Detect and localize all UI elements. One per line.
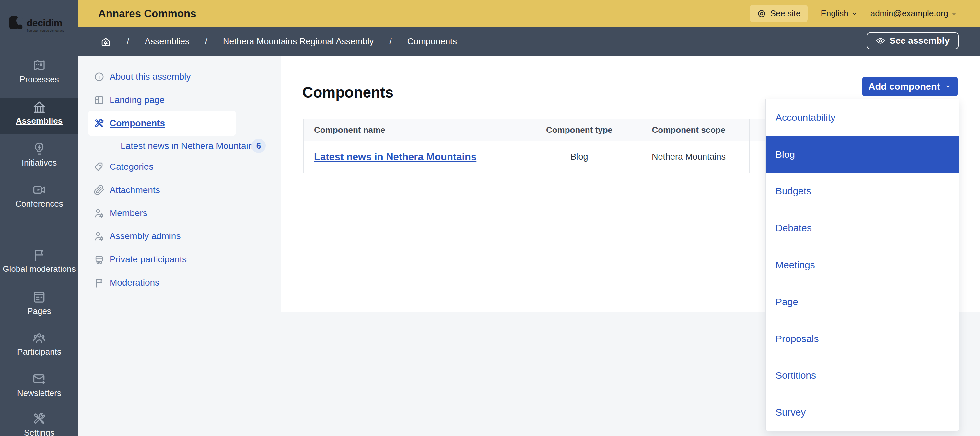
sidebar-item-conferences[interactable]: Conferences xyxy=(0,183,78,209)
mail-add-icon xyxy=(32,372,46,386)
article-icon xyxy=(32,290,46,304)
group-icon xyxy=(32,331,46,345)
subnav-item-landing-page[interactable]: Landing page xyxy=(78,92,165,108)
sidebar-item-assemblies[interactable]: Assemblies xyxy=(0,100,78,126)
subnav-item-latest-news[interactable]: Latest news in Nethera Mountains xyxy=(78,138,258,154)
subnav-item-private-participants[interactable]: Private participants xyxy=(78,252,187,267)
top-bar: Annares Commons See site English admin@e… xyxy=(78,0,980,27)
page-title: Components xyxy=(302,84,393,101)
component-scope-cell: Nethera Mountains xyxy=(628,141,749,173)
dropdown-item-accountability[interactable]: Accountability xyxy=(766,99,959,136)
user-gear-icon xyxy=(94,231,105,242)
subnav-item-components[interactable]: Components xyxy=(78,116,165,131)
decidim-admin-app: decidim free open-source democracy Proce… xyxy=(0,0,980,436)
paperclip-icon xyxy=(94,185,105,196)
main-sidebar: decidim free open-source democracy Proce… xyxy=(0,0,78,436)
dropdown-item-meetings[interactable]: Meetings xyxy=(766,246,959,284)
price-tag-icon xyxy=(94,161,105,172)
sidebar-item-settings[interactable]: Settings xyxy=(0,412,78,436)
home-gear-icon[interactable] xyxy=(100,36,111,47)
column-header-component-type: Component type xyxy=(531,119,628,141)
video-camera-icon xyxy=(32,183,46,197)
breadcrumb: / Assemblies / Nethera Mountains Regiona… xyxy=(100,36,457,47)
see-assembly-button[interactable]: See assembly xyxy=(867,32,959,49)
sidebar-item-newsletters[interactable]: Newsletters xyxy=(0,372,78,398)
decidim-logo-icon xyxy=(9,16,24,30)
tools-icon xyxy=(94,118,105,129)
breadcrumb-item-components[interactable]: Components xyxy=(407,36,457,47)
bus-icon xyxy=(94,254,105,265)
layout-grid-icon xyxy=(94,95,105,106)
sidebar-item-pages[interactable]: Pages xyxy=(0,290,78,316)
subnav-item-assembly-admins[interactable]: Assembly admins xyxy=(78,228,180,244)
chevron-down-icon xyxy=(944,83,951,90)
breadcrumb-item-assembly[interactable]: Nethera Mountains Regional Assembly xyxy=(223,36,374,47)
bank-icon xyxy=(32,100,46,114)
subnav-item-members[interactable]: Members xyxy=(78,205,148,221)
brand-wordmark: decidim xyxy=(27,17,62,29)
subnav-item-about[interactable]: About this assembly xyxy=(78,69,191,84)
dropdown-item-survey[interactable]: Survey xyxy=(766,394,959,431)
decidim-logo[interactable]: decidim free open-source democracy xyxy=(9,15,74,36)
sidebar-item-global-moderations[interactable]: Global moderations xyxy=(0,248,78,274)
subnav-item-moderations[interactable]: Moderations xyxy=(78,275,159,290)
column-header-component-name: Component name xyxy=(304,119,531,141)
breadcrumb-item-assemblies[interactable]: Assemblies xyxy=(145,36,189,47)
dropdown-item-budgets[interactable]: Budgets xyxy=(766,173,959,210)
chevron-down-icon xyxy=(951,10,957,17)
organization-title: Annares Commons xyxy=(98,8,196,20)
dropdown-item-page[interactable]: Page xyxy=(766,284,959,320)
map-icon xyxy=(32,58,46,73)
top-bar-actions: See site English admin@example.org xyxy=(750,0,957,27)
flag-icon xyxy=(94,277,105,288)
lightbulb-flash-icon xyxy=(32,141,46,156)
eye-icon xyxy=(876,36,885,46)
eye-icon xyxy=(757,9,766,18)
sidebar-item-initiatives[interactable]: Initiatives xyxy=(0,141,78,168)
add-component-dropdown: Accountability Blog Budgets Debates Meet… xyxy=(765,99,959,431)
account-dropdown[interactable]: admin@example.org xyxy=(870,8,957,19)
dropdown-item-debates[interactable]: Debates xyxy=(766,209,959,246)
dropdown-item-sortitions[interactable]: Sortitions xyxy=(766,357,959,394)
breadcrumb-bar: / Assemblies / Nethera Mountains Regiona… xyxy=(78,27,980,56)
component-type-cell: Blog xyxy=(531,141,628,173)
sidebar-item-participants[interactable]: Participants xyxy=(0,331,78,357)
column-header-component-scope: Component scope xyxy=(628,119,749,141)
brand-tagline: free open-source democracy xyxy=(27,29,64,32)
add-component-button[interactable]: Add component xyxy=(862,77,958,96)
component-count-badge: 6 xyxy=(251,139,266,153)
tools-icon xyxy=(32,412,46,426)
user-gear-icon xyxy=(94,208,105,219)
subnav-item-categories[interactable]: Categories xyxy=(78,159,153,174)
language-dropdown[interactable]: English xyxy=(821,8,857,19)
chevron-down-icon xyxy=(851,10,858,17)
flag-icon xyxy=(32,248,46,262)
dropdown-item-proposals[interactable]: Proposals xyxy=(766,320,959,357)
dropdown-item-blog[interactable]: Blog xyxy=(766,136,959,173)
component-link[interactable]: Latest news in Nethera Mountains xyxy=(314,151,476,163)
see-site-button[interactable]: See site xyxy=(750,5,808,22)
info-icon xyxy=(94,71,105,82)
sidebar-item-processes[interactable]: Processes xyxy=(0,58,78,84)
sidebar-section-divider xyxy=(0,233,78,233)
subnav-item-attachments[interactable]: Attachments xyxy=(78,182,160,198)
